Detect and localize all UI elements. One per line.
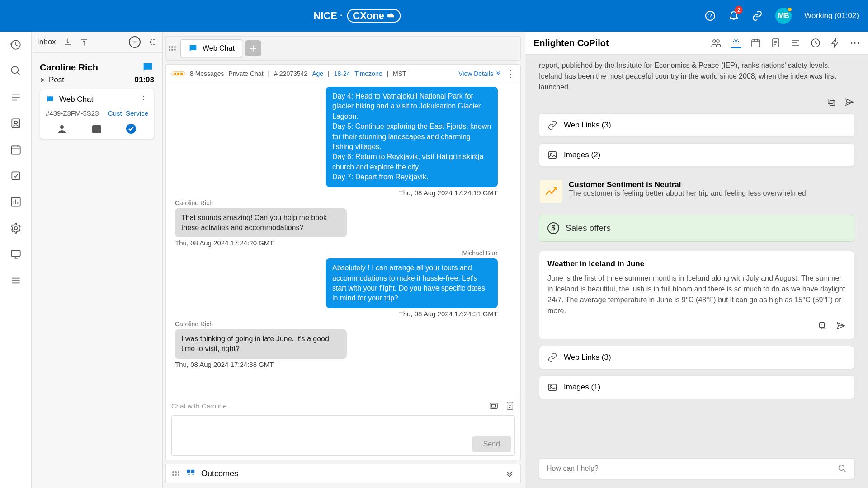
add-user-icon[interactable] [57,123,68,134]
schedule-icon[interactable] [91,123,102,134]
sender-label: Caroline Rich [175,199,213,206]
svg-point-31 [839,465,844,471]
history-icon[interactable] [10,39,22,51]
images-pill[interactable]: Images (2) [539,143,854,167]
accept-icon[interactable] [126,123,137,134]
reports-icon[interactable] [10,196,22,208]
drag-handle-icon[interactable] [169,46,178,51]
search-icon[interactable] [10,65,22,77]
list-icon[interactable] [790,38,801,48]
chevron-down-icon[interactable] [505,469,514,478]
svg-rect-23 [830,100,835,105]
copilot-text-input[interactable] [547,465,838,473]
msg-timestamp: Thu, 08 Aug 2024 17:24:38 GMT [175,361,274,368]
bolt-icon[interactable] [830,38,841,48]
contact-name: Caroline Rich [40,62,98,73]
svg-point-4 [14,121,17,124]
post-label: Post [49,75,64,84]
chat-menu-icon[interactable]: ⋮ [506,68,515,79]
copilot-body[interactable]: report, published by the Institute for E… [525,55,868,452]
card-menu-icon[interactable]: ⋮ [139,94,148,105]
collapse-icon[interactable] [148,38,157,47]
download-icon[interactable] [63,38,72,47]
calendar-icon[interactable] [10,144,22,155]
monitor-icon[interactable] [10,249,22,260]
case-id: #439-Z3FM-5S23 [46,109,99,117]
interaction-card[interactable]: Web Chat ⋮ #439-Z3FM-5S23 Cust. Service [40,89,154,139]
outcomes-icon [186,469,196,479]
chat-transcript[interactable]: Day 4: Head to Vatnajokull National Park… [166,83,520,395]
svg-rect-5 [11,146,20,154]
send-button[interactable]: Send [472,436,511,452]
view-details-link[interactable]: View Details [458,70,501,77]
agent-status[interactable]: Working (01:02) [804,11,859,20]
message-count: 8 Messages [190,70,224,77]
canned-response-icon[interactable] [489,401,499,411]
weblinks-pill[interactable]: Web Links (3) [539,113,854,137]
svg-point-19 [717,40,719,42]
search-icon[interactable] [838,464,847,473]
link-icon[interactable] [752,10,763,21]
svg-rect-17 [191,470,194,473]
add-tab-button[interactable] [245,40,261,56]
svg-text:?: ? [708,12,712,19]
history-icon[interactable] [810,38,821,48]
weblinks-pill[interactable]: Web Links (3) [539,346,854,369]
msg-timestamp: Thu, 08 Aug 2024 17:24:31 GMT [399,310,498,318]
notification-count: 2 [735,6,743,14]
upload-icon[interactable] [80,38,89,47]
chat-icon [142,61,154,74]
settings-icon[interactable] [10,222,22,234]
tab-webchat[interactable]: Web Chat [180,39,242,57]
nav-rail [0,32,32,488]
outcomes-bar[interactable]: Outcomes [165,464,521,483]
people-icon[interactable] [711,38,722,48]
contact-timer: 01:03 [135,75,154,84]
knowledge-snippet: report, published by the Institute for E… [539,60,854,93]
copilot-input[interactable] [539,458,854,479]
copy-icon[interactable] [826,97,836,107]
svg-rect-21 [752,40,760,47]
user-avatar[interactable]: MB [775,8,792,24]
send-icon[interactable] [844,97,854,107]
help-icon[interactable]: ? [705,10,716,21]
msg-timestamp: Thu, 08 Aug 2024 17:24:20 GMT [175,239,274,247]
contacts-icon[interactable] [10,117,22,129]
chat-text-input[interactable]: Send [171,415,515,456]
copilot-title: Enlighten CoPilot [533,38,702,48]
svg-rect-13 [490,403,498,409]
document-icon[interactable] [770,38,781,48]
send-icon[interactable] [836,321,846,331]
contact-card[interactable]: Caroline Rich Post 01:03 Web Chat ⋮ [36,57,158,139]
logo-text-left: NICE [313,10,337,22]
svg-rect-3 [12,119,19,128]
sentiment-title: Customer Sentiment is Neutral [569,180,806,189]
copilot-panel: Enlighten CoPilot ⋯ report, published by… [525,32,868,488]
menu-icon[interactable] [10,275,22,286]
queue-icon[interactable] [10,91,22,103]
tasks-icon[interactable] [10,170,22,182]
center-panel: Web Chat 8 Messages Private Chat | # 220… [163,32,525,488]
copilot-menu-icon[interactable]: ⋯ [850,37,860,49]
calendar-icon[interactable] [750,38,761,48]
chat-container: 8 Messages Private Chat | # 22073542 Age… [165,64,521,460]
svg-point-10 [60,125,64,129]
sales-offers-card[interactable]: $ Sales offers [539,215,854,242]
chat-type: Private Chat [228,70,263,77]
svg-rect-6 [12,172,19,179]
drag-handle-icon[interactable] [172,471,180,476]
sentiment-icon [544,185,558,198]
tab-label: Web Chat [203,44,235,52]
notifications-button[interactable]: 2 [728,9,739,22]
ai-icon[interactable] [731,38,741,48]
sender-label: Michael Burr [462,249,498,257]
images-pill[interactable]: Images (1) [539,375,854,399]
note-icon[interactable] [505,401,515,411]
filter-icon[interactable] [129,36,141,48]
copy-icon[interactable] [818,321,828,331]
app-header: NICE · CXone ? 2 MB Working (01:02) [0,0,868,32]
chat-icon [188,43,198,53]
svg-point-2 [11,66,18,73]
age-label: Age [312,70,323,77]
image-icon [547,150,557,160]
